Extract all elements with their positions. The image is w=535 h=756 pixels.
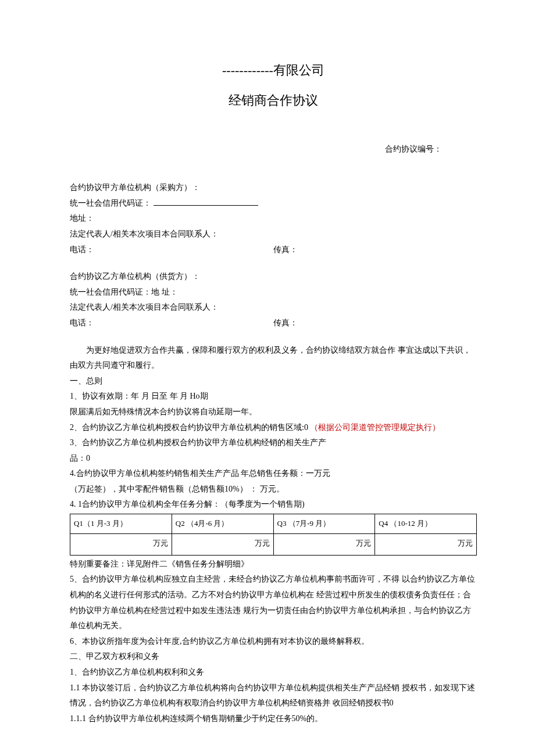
table-row: Q1（1 月-3 月） Q2 （4月-6 月） Q3 （7月-9 月） Q4 （… [70,514,477,534]
clause-3b: 品：0 [70,451,477,467]
section-2-heading: 二、甲乙双方权利和义务 [70,649,477,665]
clause-5: 5、合约协议甲方单位机构应独立自主经营，未经合约协议乙方单位机构事前书面许可，不… [70,572,477,633]
party-b-block: 合约协议乙方单位机构（供货方）： 统一社会信用代码证：地 址： 法定代表人/相关… [70,269,477,331]
table-row: 万元 万元 万元 万元 [70,533,477,555]
clause-1b: 限届满后如无特殊情况本合约协议将自动延期一年。 [70,404,477,420]
clause-2: 2、合约协议乙方单位机构授权合约协议甲方单位机构的销售区域:0 （根据公司渠道管… [70,420,477,436]
table-note: 特别重要备注：详见附件二《销售任务分解明细》 [70,557,477,572]
credit-underline [154,197,258,206]
clause-1: 1、协议有效期：年 月 日至 年 月 Ho期 [70,389,477,404]
party-a-block: 合约协议甲方单位机构（采购方）： 统一社会信用代码证： 地址： 法定代表人/相关… [70,180,477,257]
party-a-credit: 统一社会信用代码证： [70,196,477,212]
clause-2-1: 1、合约协议乙方单位机构权利和义务 [70,665,477,680]
party-b-rep: 法定代表人/相关本次项目本合同联系人： [70,300,477,316]
party-a-contact-row: 电话： 传真： [70,242,477,258]
q4-value: 万元 [375,533,477,555]
party-a-phone: 电话： [70,242,273,258]
preamble: 为更好地促进双方合作共赢，保障和履行双方的权利及义务，合约协议缔结双方就合作 事… [70,343,477,374]
party-b-fax: 传真： [273,316,477,331]
clause-4b: （万起签），其中零配件销售额（总销售额10%） ： 万元。 [70,482,477,497]
clause-3: 3、合约协议乙方单位机构授权合约协议甲方单位机构经销的相关生产产 [70,435,477,451]
q1-header: Q1（1 月-3 月） [70,514,172,534]
contract-number-label: 合约协议编号： [70,142,477,157]
q2-value: 万元 [172,533,273,555]
party-a-rep: 法定代表人/相关本次项目本合同联系人： [70,227,477,242]
clause-2-1-1-1: 1.1.1 合约协议甲方单位机构连续两个销售期销量少于约定任务50%的。 [70,711,477,727]
q1-value: 万元 [70,533,172,555]
party-a-fax: 传真： [273,242,477,258]
clause-2-text: 2、合约协议乙方单位机构授权合约协议甲方单位机构的销售区域:0 [70,423,310,432]
q3-header: Q3 （7月-9 月） [273,514,375,534]
clause-6: 6、本协议所指年度为会计年度,合约协议乙方单位机构拥有对本协议的最终解释权。 [70,634,477,650]
clause-2-red: （根据公司渠道管控管理规定执行） [310,423,440,432]
credit-label: 统一社会信用代码证： [70,199,151,207]
q4-header: Q4 （10-12 月） [375,514,477,534]
clause-2-1-1: 1.1 本协议签订后，合约协议乙方单位机构将向合约协议甲方单位机构提供相关生产产… [70,680,477,711]
quarter-task-table: Q1（1 月-3 月） Q2 （4月-6 月） Q3 （7月-9 月） Q4 （… [70,514,477,556]
party-a-addr: 地址： [70,211,477,227]
clause-4-1: 4. 1合约协议甲方单位机构全年任务分解：（每季度为一个销售期) [70,497,477,513]
company-name: ------------有限公司 [70,58,477,83]
party-b-credit-addr: 统一社会信用代码证：地 址： [70,285,477,300]
party-b-label: 合约协议乙方单位机构（供货方）： [70,269,477,285]
clause-4: 4.合约协议甲方单位机构签约销售相关生产产品 年总销售任务额：一万元 [70,466,477,482]
q2-header: Q2 （4月-6 月） [172,514,273,534]
document-title: 经销商合作协议 [70,88,477,113]
party-b-contact-row: 电话： 传真： [70,316,477,331]
party-a-label: 合约协议甲方单位机构（采购方）： [70,180,477,196]
q3-value: 万元 [273,533,375,555]
section-1-heading: 一、总则 [70,374,477,389]
party-b-phone: 电话： [70,316,273,331]
